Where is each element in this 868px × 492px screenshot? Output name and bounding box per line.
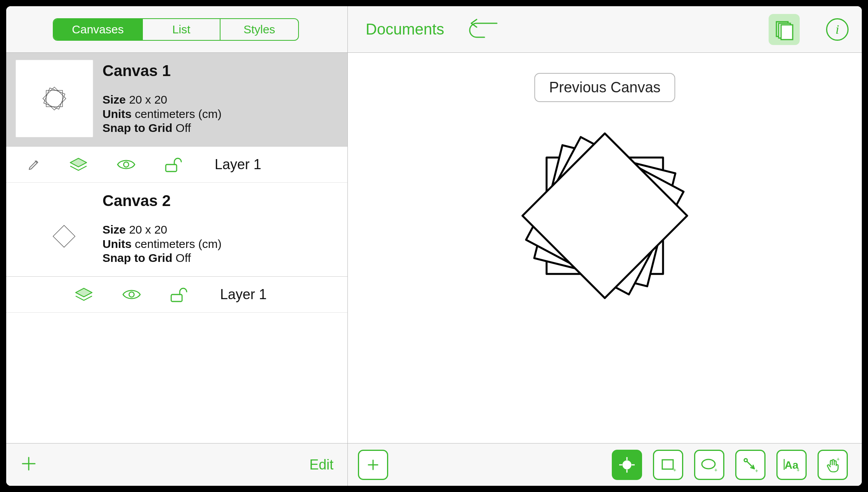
eye-icon[interactable] bbox=[116, 158, 136, 172]
main-topbar: Documents i bbox=[348, 6, 862, 53]
svg-rect-1 bbox=[44, 88, 65, 109]
add-canvas-button[interactable] bbox=[20, 452, 37, 477]
tab-list[interactable]: List bbox=[143, 19, 220, 40]
pencil-icon bbox=[28, 158, 41, 171]
sidebar-topbar: Canvases List Styles bbox=[6, 6, 347, 53]
sidebar: Canvases List Styles bbox=[6, 6, 348, 486]
canvas-info: Canvas 1 Size 20 x 20 Units centimeters … bbox=[102, 60, 338, 135]
ellipse-tool[interactable]: + bbox=[694, 450, 724, 480]
documents-link[interactable]: Documents bbox=[366, 21, 444, 38]
undo-button[interactable] bbox=[467, 18, 501, 41]
layer-name: Layer 1 bbox=[220, 286, 267, 303]
canvas-title: Canvas 1 bbox=[102, 62, 338, 80]
hand-tap-icon: + bbox=[824, 456, 841, 473]
svg-text:+: + bbox=[714, 467, 717, 473]
line-tool[interactable]: + bbox=[735, 450, 766, 480]
thumbnail-icon bbox=[50, 223, 78, 250]
canvas-info: Canvas 2 Size 20 x 20 Units centimeters … bbox=[102, 190, 338, 265]
canvas-list: Canvas 1 Size 20 x 20 Units centimeters … bbox=[6, 53, 347, 443]
canvas-meta: Size 20 x 20 Units centimeters (cm) Snap… bbox=[102, 223, 338, 265]
tool-group: + + + bbox=[612, 450, 848, 480]
layers-button[interactable] bbox=[769, 14, 800, 45]
svg-marker-3 bbox=[70, 158, 87, 167]
svg-rect-14 bbox=[781, 25, 793, 40]
crosshair-icon bbox=[618, 456, 635, 473]
info-button[interactable]: i bbox=[826, 18, 849, 41]
eye-icon[interactable] bbox=[122, 288, 142, 301]
tab-canvases[interactable]: Canvases bbox=[54, 19, 143, 40]
svg-rect-27 bbox=[662, 460, 673, 469]
canvas-title: Canvas 2 bbox=[102, 192, 338, 210]
canvas-thumbnail bbox=[16, 190, 93, 267]
svg-rect-5 bbox=[166, 165, 177, 172]
canvas-item-1[interactable]: Canvas 1 Size 20 x 20 Units centimeters … bbox=[6, 53, 347, 147]
layer-stack-icon[interactable] bbox=[69, 157, 88, 172]
rectangle-icon: + bbox=[660, 456, 677, 473]
canvas-meta: Size 20 x 20 Units centimeters (cm) Snap… bbox=[102, 93, 338, 135]
main-area: Documents i Previous Ca bbox=[348, 6, 862, 486]
canvas-item-2[interactable]: Canvas 2 Size 20 x 20 Units centimeters … bbox=[6, 183, 347, 277]
canvas-thumbnail bbox=[16, 60, 93, 137]
svg-text:+: + bbox=[755, 468, 758, 473]
svg-text:+: + bbox=[797, 467, 800, 473]
canvas-artwork bbox=[504, 95, 706, 330]
svg-point-4 bbox=[124, 162, 129, 167]
canvas-viewport[interactable]: Previous Canvas bbox=[348, 53, 862, 443]
layer-stack-icon[interactable] bbox=[74, 287, 94, 302]
add-shape-button[interactable] bbox=[358, 450, 388, 480]
thumbnail-icon bbox=[38, 83, 70, 114]
freehand-tool[interactable]: + bbox=[818, 450, 848, 480]
layers-stack-icon bbox=[773, 19, 795, 40]
sidebar-tabs: Canvases List Styles bbox=[53, 18, 299, 41]
layer-row[interactable]: Layer 1 bbox=[6, 277, 347, 313]
svg-marker-7 bbox=[76, 288, 92, 297]
lock-open-icon[interactable] bbox=[164, 156, 183, 173]
svg-point-8 bbox=[129, 292, 134, 297]
sidebar-bottom-bar: Edit bbox=[6, 443, 347, 486]
text-tool[interactable]: Aa + bbox=[776, 450, 807, 480]
edit-button[interactable]: Edit bbox=[309, 457, 333, 473]
svg-point-29 bbox=[702, 459, 715, 469]
lock-open-icon[interactable] bbox=[170, 286, 188, 303]
line-icon: + bbox=[742, 456, 759, 473]
tab-styles[interactable]: Styles bbox=[220, 19, 298, 40]
ellipse-icon: + bbox=[700, 456, 719, 473]
svg-point-22 bbox=[626, 464, 628, 466]
main-toolbar: + + + bbox=[348, 443, 862, 486]
svg-text:+: + bbox=[837, 456, 840, 462]
svg-text:+: + bbox=[673, 467, 676, 473]
svg-rect-6 bbox=[53, 225, 75, 248]
selection-tool[interactable] bbox=[612, 450, 642, 480]
layer-row[interactable]: Layer 1 bbox=[6, 147, 347, 183]
text-icon: Aa + bbox=[782, 456, 801, 473]
layer-name: Layer 1 bbox=[215, 156, 261, 173]
rectangle-tool[interactable]: + bbox=[653, 450, 683, 480]
svg-rect-9 bbox=[171, 295, 182, 301]
